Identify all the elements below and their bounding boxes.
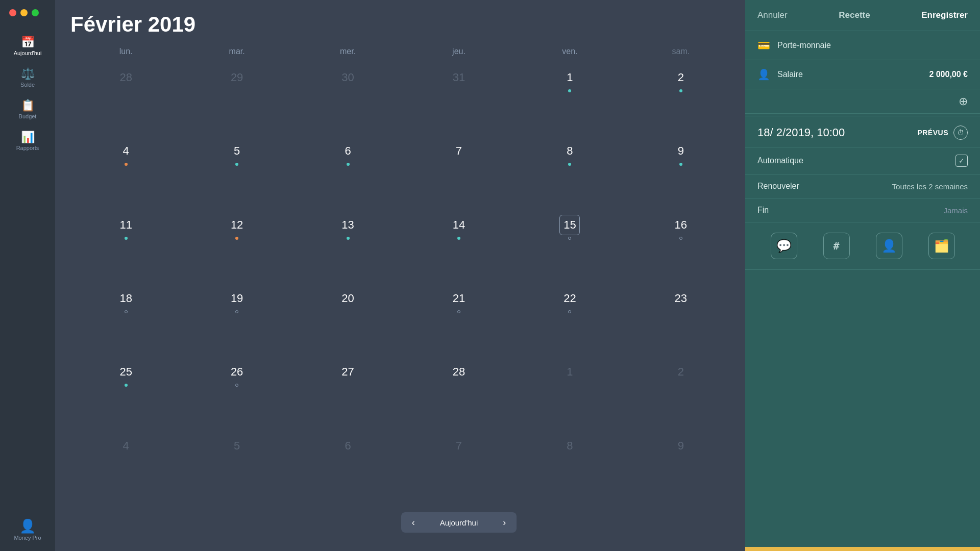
calendar-cell-35[interactable]: 4 <box>70 431 181 504</box>
sidebar-item-budget[interactable]: 📋 Budget <box>0 94 55 126</box>
sidebar-item-rapports[interactable]: 📊 Rapports <box>0 126 55 157</box>
auto-checkbox[interactable]: ✓ <box>955 155 968 167</box>
day-header-ven: ven. <box>514 45 625 58</box>
comment-icon[interactable]: 💬 <box>771 233 797 259</box>
minimize-button[interactable] <box>20 9 28 16</box>
cell-number: 8 <box>559 141 580 161</box>
clock-icon[interactable]: ⏱ <box>953 126 968 140</box>
calendar-grid: 2829303112345678910111213141516171819202… <box>65 62 852 504</box>
wallet-icon: 💳 <box>757 39 770 52</box>
calendar-cell-11[interactable]: 8 <box>514 136 625 209</box>
hashtag-icon[interactable]: # <box>823 233 850 259</box>
calendar-cell-26[interactable]: 23 <box>625 283 736 357</box>
calendar-cell-32[interactable]: 1 <box>514 357 625 430</box>
end-row[interactable]: Fin Jamais <box>745 198 980 222</box>
calendar-cell-24[interactable]: 21 <box>403 283 514 357</box>
auto-label: Automatique <box>757 156 955 165</box>
calendar-cell-33[interactable]: 2 <box>625 357 736 430</box>
close-button[interactable] <box>9 9 16 16</box>
today-icon: 📅 <box>21 37 35 48</box>
cell-dot <box>568 237 571 240</box>
calendar-cell-39[interactable]: 8 <box>514 431 625 504</box>
sidebar-label-today: Aujourd'hui <box>14 50 42 56</box>
cell-number: 4 <box>116 436 136 456</box>
calendar-cell-25[interactable]: 22 <box>514 283 625 357</box>
cell-dot <box>457 310 460 313</box>
end-value: Jamais <box>943 206 968 215</box>
calendar-cell-8[interactable]: 5 <box>181 136 292 209</box>
cell-number: 27 <box>338 362 358 382</box>
calendar-cell-29[interactable]: 26 <box>181 357 292 430</box>
datetime-row[interactable]: 18/ 2/2019, 10:00 PRÉVUS ⏱ <box>745 118 980 147</box>
calendar-cell-10[interactable]: 7 <box>403 136 514 209</box>
cell-number: 9 <box>671 141 691 161</box>
solde-icon: ⚖️ <box>21 68 35 80</box>
cell-number: 13 <box>338 215 358 235</box>
calendar-cell-23[interactable]: 20 <box>292 283 403 357</box>
budget-icon: 📋 <box>21 100 35 111</box>
sidebar-item-profile[interactable]: 👤 Money Pro <box>14 519 41 551</box>
datetime-value: 18/ 2/2019, 10:00 <box>757 126 917 139</box>
renew-row[interactable]: Renouveler Toutes les 2 semaines <box>745 174 980 198</box>
calendar-cell-1[interactable]: 29 <box>181 62 292 136</box>
calendar-cell-38[interactable]: 7 <box>403 431 514 504</box>
salary-row[interactable]: 👤 Salaire 2 000,00 € <box>745 60 980 89</box>
calendar-cell-36[interactable]: 5 <box>181 431 292 504</box>
calendar-cell-0[interactable]: 28 <box>70 62 181 136</box>
prev-month-button[interactable]: ‹ <box>401 512 426 533</box>
calendar-cell-22[interactable]: 19 <box>181 283 292 357</box>
cell-number: 25 <box>116 362 136 382</box>
wallet-row[interactable]: 💳 Porte-monnaie <box>745 31 980 60</box>
maximize-button[interactable] <box>32 9 39 16</box>
traffic-lights <box>9 9 39 16</box>
calendar-cell-19[interactable]: 16 <box>625 210 736 283</box>
auto-row[interactable]: Automatique ✓ <box>745 147 980 174</box>
person-icon[interactable]: 👤 <box>876 233 902 259</box>
calendar-cell-17[interactable]: 14 <box>403 210 514 283</box>
cell-dot <box>235 384 238 387</box>
calendar-cell-15[interactable]: 12 <box>181 210 292 283</box>
calendar-cell-40[interactable]: 9 <box>625 431 736 504</box>
sidebar-item-today[interactable]: 📅 Aujourd'hui <box>0 31 55 62</box>
day-headers: lun. mar. mer. jeu. ven. sam. dim. <box>65 45 852 58</box>
cell-number: 15 <box>559 215 580 235</box>
cell-dot <box>568 89 571 92</box>
cell-dot <box>125 310 128 313</box>
calendar-cell-21[interactable]: 18 <box>70 283 181 357</box>
calendar-cell-37[interactable]: 6 <box>292 431 403 504</box>
cell-number: 19 <box>227 288 247 309</box>
calendar-cell-7[interactable]: 4 <box>70 136 181 209</box>
today-button[interactable]: Aujourd'hui <box>426 512 493 533</box>
calendar-cell-18[interactable]: 15 <box>514 210 625 283</box>
cell-number: 7 <box>449 141 469 161</box>
archive-icon[interactable]: 🗂️ <box>928 233 955 259</box>
add-button[interactable]: ⊕ <box>959 95 968 108</box>
calendar-cell-28[interactable]: 25 <box>70 357 181 430</box>
calendar-cell-30[interactable]: 27 <box>292 357 403 430</box>
cell-number: 18 <box>116 288 136 309</box>
day-header-lun: lun. <box>70 45 181 58</box>
calendar-cell-14[interactable]: 11 <box>70 210 181 283</box>
cell-number: 1 <box>559 67 580 88</box>
overlay-panel: Annuler Recette Enregistrer 💳 Porte-monn… <box>745 0 980 551</box>
salary-label: Salaire <box>777 70 929 79</box>
calendar-cell-3[interactable]: 31 <box>403 62 514 136</box>
calendar-cell-2[interactable]: 30 <box>292 62 403 136</box>
sidebar-label-budget: Budget <box>19 113 37 119</box>
sidebar-item-solde[interactable]: ⚖️ Solde <box>0 62 55 94</box>
sidebar-label-rapports: Rapports <box>16 145 39 151</box>
calendar-cell-9[interactable]: 6 <box>292 136 403 209</box>
calendar-cell-5[interactable]: 2 <box>625 62 736 136</box>
sidebar: 📅 Aujourd'hui ⚖️ Solde 📋 Budget 📊 Rappor… <box>0 0 55 551</box>
save-button[interactable]: Enregistrer <box>921 10 968 20</box>
calendar-cell-12[interactable]: 9 <box>625 136 736 209</box>
calendar-cell-31[interactable]: 28 <box>403 357 514 430</box>
cell-dot <box>679 89 682 92</box>
next-month-button[interactable]: › <box>492 512 517 533</box>
add-row[interactable]: ⊕ <box>745 89 980 114</box>
prevus-badge: PRÉVUS <box>917 129 948 137</box>
calendar-cell-4[interactable]: 1 <box>514 62 625 136</box>
cancel-button[interactable]: Annuler <box>757 10 788 20</box>
cell-number: 6 <box>338 141 358 161</box>
calendar-cell-16[interactable]: 13 <box>292 210 403 283</box>
